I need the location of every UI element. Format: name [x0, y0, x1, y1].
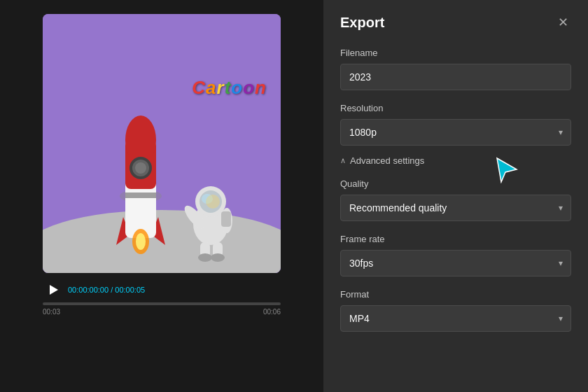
advanced-settings-chevron-up-icon: ∧: [340, 156, 346, 165]
svg-point-21: [198, 253, 212, 262]
advanced-settings-toggle[interactable]: ∧ Advanced settings: [340, 155, 571, 166]
resolution-label: Resolution: [340, 103, 571, 113]
timeline-bar[interactable]: [43, 302, 281, 305]
quality-select[interactable]: Recommended quality High quality Low qua…: [340, 195, 571, 221]
format-select[interactable]: MP4 MOV AVI GIF: [340, 305, 571, 332]
timeline-marker-end: 00:06: [263, 308, 281, 316]
format-select-wrapper: MP4 MOV AVI GIF ▾: [340, 305, 571, 332]
resolution-select-wrapper: 720p 1080p 4K ▾: [340, 119, 571, 146]
left-panel: Cartoon 00:00:00:00 / 00:00:05 00:03 00:…: [0, 0, 323, 392]
svg-point-25: [206, 195, 220, 209]
scene-svg: [43, 14, 281, 273]
svg-rect-11: [125, 192, 156, 198]
format-label: Format: [340, 289, 571, 300]
cartoon-title-text: Cartoon: [192, 77, 267, 99]
current-time: 00:00:00:00: [68, 286, 108, 294]
play-button[interactable]: [43, 280, 62, 300]
timeline-marker-start: 00:03: [43, 308, 60, 316]
filename-input[interactable]: [340, 64, 571, 90]
total-time: 00:00:05: [115, 286, 145, 294]
playback-controls: 00:00:00:00 / 00:00:05: [43, 280, 281, 300]
export-panel: Export ✕ Filename Resolution 720p 1080p …: [323, 0, 588, 392]
export-title: Export: [340, 15, 384, 31]
export-header: Export ✕: [340, 14, 571, 31]
svg-point-22: [211, 253, 225, 262]
play-icon: [50, 285, 58, 295]
time-display: 00:00:00:00 / 00:00:05: [68, 286, 145, 294]
quality-select-wrapper: Recommended quality High quality Low qua…: [340, 195, 571, 221]
timeline-markers: 00:03 00:06: [43, 308, 281, 316]
frame-rate-select[interactable]: 24fps 30fps 60fps: [340, 250, 571, 276]
resolution-select[interactable]: 720p 1080p 4K: [340, 119, 571, 146]
svg-point-10: [135, 162, 146, 174]
close-button[interactable]: ✕: [554, 14, 571, 31]
advanced-settings-label: Advanced settings: [350, 155, 424, 166]
filename-label: Filename: [340, 48, 571, 58]
video-preview: Cartoon: [43, 14, 281, 273]
svg-point-13: [136, 233, 146, 250]
frame-rate-label: Frame rate: [340, 234, 571, 244]
video-scene: Cartoon: [43, 14, 281, 273]
svg-rect-23: [221, 211, 231, 227]
quality-label: Quality: [340, 178, 571, 189]
frame-rate-select-wrapper: 24fps 30fps 60fps ▾: [340, 250, 571, 276]
